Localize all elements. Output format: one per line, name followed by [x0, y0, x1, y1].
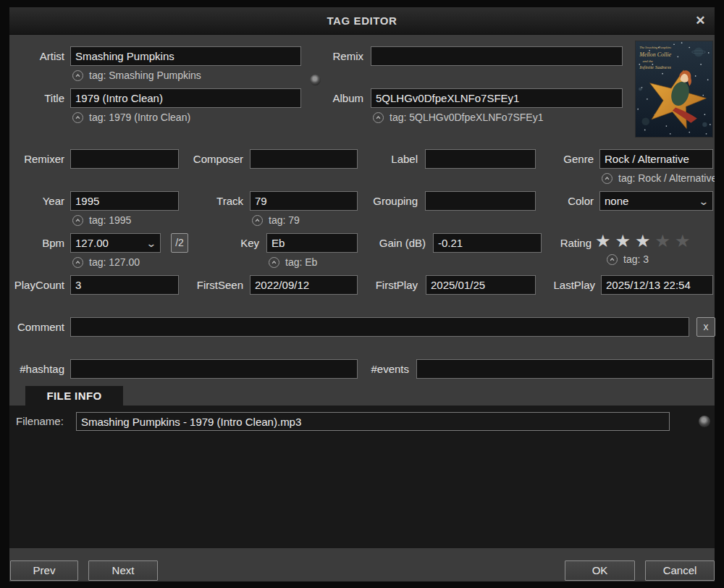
album-art[interactable]: The Smashing Pumpkins Mellon Collie and …: [635, 41, 713, 138]
year-tag-row: tag: 1995: [72, 214, 131, 227]
rating-star-4[interactable]: ★: [655, 231, 671, 251]
remixer-input[interactable]: [70, 149, 179, 169]
composer-label: Composer: [174, 149, 243, 169]
artist-input[interactable]: [70, 46, 301, 66]
color-select-value: none: [605, 195, 628, 207]
gain-input[interactable]: [433, 233, 542, 253]
rating-star-2[interactable]: ★: [615, 231, 631, 251]
chevron-down-icon: ⌄: [146, 238, 157, 248]
title-tag-row: tag: 1979 (Intro Clean): [72, 111, 190, 124]
track-input[interactable]: [250, 191, 358, 211]
playcount-label: PlayCount: [10, 275, 64, 295]
bpm-label: Bpm: [10, 233, 64, 253]
key-tag-text: tag: Eb: [285, 256, 317, 268]
filename-indicator-dot: [699, 416, 710, 427]
rating-label: Rating: [539, 233, 592, 253]
next-button[interactable]: Next: [88, 560, 158, 581]
grouping-input[interactable]: [425, 191, 536, 211]
gain-label: Gain (dB): [362, 233, 426, 253]
cancel-button[interactable]: Cancel: [645, 560, 715, 581]
album-tag-up-icon[interactable]: [373, 112, 384, 123]
album-art-title-text-2: and the: [643, 59, 654, 63]
year-label: Year: [10, 191, 64, 211]
tab-file-info[interactable]: FILE INFO: [25, 386, 123, 406]
year-input[interactable]: [70, 191, 179, 211]
bpm-value: 127.00: [75, 237, 109, 249]
remixer-label: Remixer: [10, 149, 64, 169]
close-icon[interactable]: ✕: [695, 7, 706, 35]
genre-tag-text: tag: Rock / Alternative: [618, 172, 715, 184]
title-input[interactable]: [70, 88, 301, 108]
key-tag-up-icon[interactable]: [269, 257, 279, 268]
key-input[interactable]: [266, 233, 358, 253]
genre-input[interactable]: [599, 149, 713, 169]
firstplay-label: FirstPlay: [355, 275, 418, 295]
color-label: Color: [539, 191, 594, 211]
album-art-artist-text: The Smashing Pumpkins: [639, 46, 671, 49]
rating-tag-up-icon[interactable]: [607, 254, 618, 265]
year-tag-text: tag: 1995: [89, 214, 131, 226]
album-art-title-text-1: Mellon Collie: [639, 51, 671, 58]
key-label: Key: [195, 233, 259, 253]
label-input[interactable]: [425, 149, 536, 169]
album-art-title-text-3: Infinite Sadness: [639, 64, 671, 70]
key-tag-row: tag: Eb: [269, 256, 317, 269]
title-bar: TAG EDITOR ✕: [9, 7, 715, 35]
ok-button[interactable]: OK: [565, 560, 635, 581]
link-indicator-dot: [310, 75, 321, 85]
events-label: #events: [355, 359, 409, 379]
rating-star-3[interactable]: ★: [635, 231, 651, 251]
rating-tag-row: tag: 3: [607, 253, 649, 266]
rating-star-5[interactable]: ★: [675, 231, 691, 251]
color-select[interactable]: none ⌄: [599, 191, 713, 211]
bpm-tag-text: tag: 127.00: [89, 256, 140, 268]
album-input[interactable]: [371, 88, 623, 108]
dialog-title: TAG EDITOR: [327, 14, 397, 27]
genre-tag-row: tag: Rock / Alternative: [602, 172, 715, 185]
artist-label: Artist: [10, 46, 64, 66]
file-info-panel: Filename: File Path: N:\Music\Likely Kee…: [9, 406, 715, 548]
chevron-down-icon: ⌄: [699, 196, 710, 206]
composer-input[interactable]: [250, 149, 358, 169]
label-label: Label: [362, 149, 418, 169]
album-tag-row: tag: 5QLHGv0DfpeXLNFo7SFEy1: [373, 111, 543, 124]
artist-tag-row: tag: Smashing Pumpkins: [72, 69, 201, 82]
artist-tag-up-icon[interactable]: [72, 70, 83, 81]
tag-editor-dialog: TAG EDITOR ✕ Artist tag: Smashing Pumpki…: [9, 7, 715, 581]
rating-star-1[interactable]: ★: [595, 231, 611, 251]
track-tag-text: tag: 79: [269, 214, 300, 226]
track-tag-row: tag: 79: [252, 214, 300, 227]
filename-label: Filename:: [16, 412, 64, 431]
year-tag-up-icon[interactable]: [72, 215, 83, 226]
bpm-half-button[interactable]: /2: [171, 233, 188, 253]
rating-tag-text: tag: 3: [623, 253, 649, 265]
filename-input[interactable]: [76, 412, 670, 431]
comment-clear-button[interactable]: x: [696, 317, 715, 337]
bpm-combobox[interactable]: 127.00 ⌄: [70, 233, 161, 253]
rating-stars[interactable]: ★★★★★: [595, 231, 691, 251]
hashtag-input[interactable]: [70, 359, 358, 379]
title-tag-up-icon[interactable]: [72, 112, 83, 123]
events-input[interactable]: [416, 359, 713, 379]
genre-tag-up-icon[interactable]: [602, 173, 613, 184]
remix-label: Remix: [311, 46, 363, 66]
remix-input[interactable]: [371, 46, 623, 66]
firstseen-label: FirstSeen: [174, 275, 243, 295]
track-tag-up-icon[interactable]: [252, 215, 263, 226]
prev-button[interactable]: Prev: [10, 560, 78, 581]
hashtag-label: #hashtag: [10, 359, 64, 379]
firstplay-input[interactable]: [426, 275, 536, 295]
lastplay-label: LastPlay: [539, 275, 595, 295]
title-tag-text: tag: 1979 (Intro Clean): [89, 112, 190, 123]
lastplay-input[interactable]: [601, 275, 713, 295]
grouping-label: Grouping: [348, 191, 418, 211]
playcount-input[interactable]: [70, 275, 179, 295]
firstseen-input[interactable]: [250, 275, 358, 295]
genre-label: Genre: [539, 149, 594, 169]
title-label: Title: [10, 88, 64, 108]
artist-tag-text: tag: Smashing Pumpkins: [89, 70, 201, 81]
comment-input[interactable]: [70, 317, 689, 337]
album-label: Album: [311, 88, 363, 108]
bpm-tag-row: tag: 127.00: [72, 256, 140, 269]
bpm-tag-up-icon[interactable]: [72, 257, 83, 268]
